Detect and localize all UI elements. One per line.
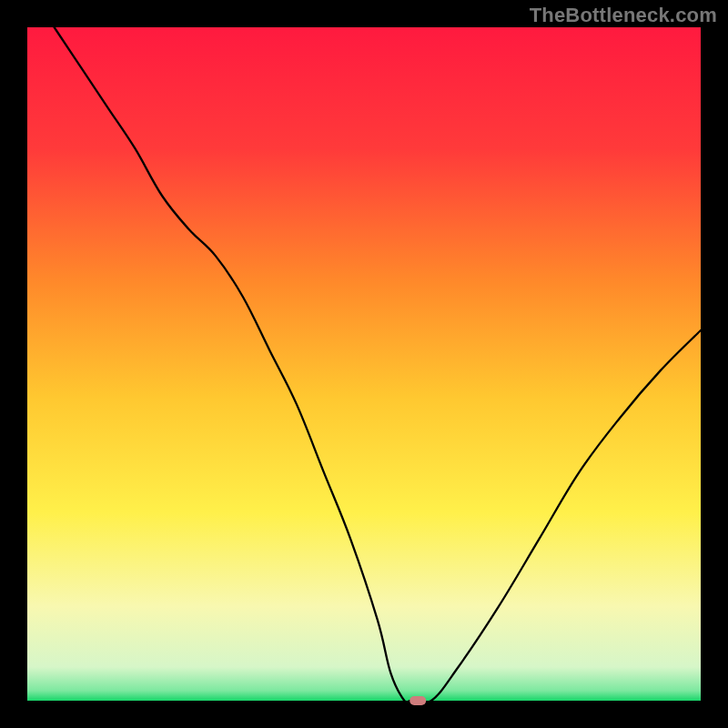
plot-background [27,27,701,701]
chart-container: TheBottleneck.com [0,0,728,728]
watermark-text: TheBottleneck.com [530,4,717,27]
bottleneck-chart [0,0,728,728]
minimum-marker [410,696,426,705]
